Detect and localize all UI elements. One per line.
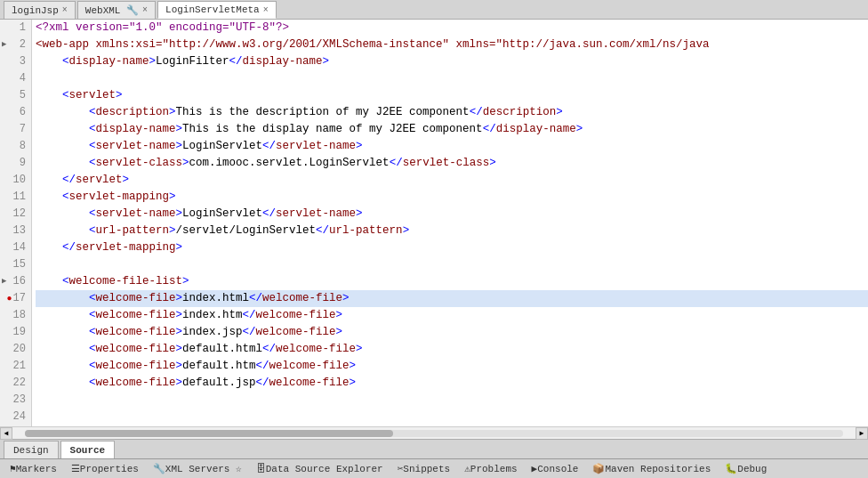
data-source-label: Data Source Explorer <box>266 464 383 474</box>
panel-console[interactable]: ▶ Console <box>526 461 585 477</box>
code-line-12[interactable]: <servlet-name>LoginServlet</servlet-name… <box>36 206 868 223</box>
code-line-16[interactable]: <welcome-file-list> <box>36 273 868 290</box>
code-line-20[interactable]: <welcome-file>default.html</welcome-file… <box>36 341 868 358</box>
line-number-7: 7 <box>4 121 26 138</box>
line-number-14: 14 <box>4 239 26 256</box>
console-icon: ▶ <box>532 463 538 474</box>
code-line-14[interactable]: </servlet-mapping> <box>36 239 868 256</box>
code-line-11[interactable]: <servlet-mapping> <box>36 189 868 206</box>
editor-tab-bar: loginJsp × WebXML 🔧 × LoginServletMeta × <box>0 0 868 20</box>
line-number-19: 19 <box>4 324 26 341</box>
line-number-12: 12 <box>4 206 26 223</box>
tab-loginservletmeta[interactable]: LoginServletMeta × <box>157 1 277 19</box>
line-number-4: 4 <box>4 70 26 87</box>
code-line-22[interactable]: <welcome-file>default.jsp</welcome-file> <box>36 375 868 392</box>
console-label: Console <box>537 464 578 474</box>
scrollbar-thumb[interactable] <box>25 430 393 437</box>
code-line-19[interactable]: <welcome-file>index.jsp</welcome-file> <box>36 324 868 341</box>
line-number-9: 9 <box>4 155 26 172</box>
panel-maven[interactable]: 📦 Maven Repositories <box>586 461 717 477</box>
code-area[interactable]: <?xml version="1.0" encoding="UTF-8"?><w… <box>32 20 868 426</box>
line-number-1: 1 <box>4 20 26 36</box>
problems-label: Problems <box>470 464 518 474</box>
panel-problems[interactable]: ⚠ Problems <box>458 461 523 477</box>
expand-icon[interactable]: ▶ <box>2 273 6 290</box>
panel-xml-servers[interactable]: 🔧 XML Servers ☆ <box>147 461 248 477</box>
tab-webxml-close[interactable]: × <box>142 5 148 15</box>
line-number-20: 20 <box>4 341 26 358</box>
editor-container: 1▶23456789101112131415▶16●17181920212223… <box>0 20 868 426</box>
panel-snippets[interactable]: ✂ Snippets <box>391 461 456 477</box>
line-number-22: 22 <box>4 375 26 392</box>
code-line-5[interactable]: <servlet> <box>36 87 868 104</box>
scroll-right-arrow[interactable]: ▶ <box>856 427 868 440</box>
code-line-2[interactable]: <web-app xmlns:xsi="http://www.w3.org/20… <box>36 36 868 53</box>
properties-label: Properties <box>80 464 139 474</box>
tab-loginjsp-close[interactable]: × <box>62 5 68 15</box>
line-number-2: ▶2 <box>4 36 26 53</box>
code-line-10[interactable]: </servlet> <box>36 172 868 189</box>
line-number-23: 23 <box>4 392 26 409</box>
panel-properties[interactable]: ☰ Properties <box>65 461 145 477</box>
properties-icon: ☰ <box>71 463 80 474</box>
code-line-18[interactable]: <welcome-file>index.htm</welcome-file> <box>36 307 868 324</box>
expand-icon[interactable]: ▶ <box>2 36 6 53</box>
panel-markers[interactable]: ⚑ Markers <box>4 461 63 477</box>
code-line-6[interactable]: <description>This is the description of … <box>36 104 868 121</box>
xml-servers-icon: 🔧 <box>153 463 165 474</box>
panel-debug[interactable]: 🐛 Debug <box>719 461 773 477</box>
xml-servers-label: XML Servers ☆ <box>165 463 242 474</box>
code-line-24[interactable] <box>36 409 868 425</box>
panel-data-source[interactable]: 🗄 Data Source Explorer <box>250 461 390 477</box>
line-number-17: ●17 <box>4 290 26 307</box>
line-number-15: 15 <box>4 256 26 273</box>
line-number-11: 11 <box>4 189 26 206</box>
horizontal-scrollbar[interactable]: ◀ ▶ <box>0 426 868 439</box>
breakpoint-icon[interactable]: ● <box>7 290 12 307</box>
line-number-24: 24 <box>4 409 26 425</box>
bottom-tab-bar: Design Source <box>0 439 868 458</box>
problems-icon: ⚠ <box>464 463 470 474</box>
code-line-3[interactable]: <display-name>LoginFilter</display-name> <box>36 53 868 70</box>
tab-loginservletmeta-close[interactable]: × <box>263 5 269 15</box>
code-line-17[interactable]: <welcome-file>index.html</welcome-file> <box>36 290 868 307</box>
tab-design-label: Design <box>13 445 49 456</box>
debug-label: Debug <box>737 464 767 474</box>
tab-loginjsp-label: loginJsp <box>12 5 59 16</box>
tab-webxml[interactable]: WebXML 🔧 × <box>77 1 156 19</box>
code-line-8[interactable]: <servlet-name>LoginServlet</servlet-name… <box>36 138 868 155</box>
tab-design[interactable]: Design <box>4 441 59 458</box>
line-numbers-gutter: 1▶23456789101112131415▶16●17181920212223… <box>0 20 32 426</box>
tab-loginservletmeta-label: LoginServletMeta <box>165 4 260 15</box>
line-number-21: 21 <box>4 358 26 375</box>
code-line-21[interactable]: <welcome-file>default.htm</welcome-file> <box>36 358 868 375</box>
line-number-3: 3 <box>4 53 26 70</box>
tab-loginjsp[interactable]: loginJsp × <box>4 1 76 19</box>
scroll-left-arrow[interactable]: ◀ <box>0 427 12 440</box>
tab-source[interactable]: Source <box>60 441 116 458</box>
snippets-label: Snippets <box>403 464 450 474</box>
snippets-icon: ✂ <box>398 463 404 474</box>
code-line-15[interactable] <box>36 256 868 273</box>
line-number-5: 5 <box>4 87 26 104</box>
line-number-18: 18 <box>4 307 26 324</box>
panel-bar: ⚑ Markers ☰ Properties 🔧 XML Servers ☆ 🗄… <box>0 458 868 478</box>
code-line-1[interactable]: <?xml version="1.0" encoding="UTF-8"?> <box>36 20 868 36</box>
line-number-13: 13 <box>4 223 26 239</box>
tab-source-label: Source <box>70 445 106 456</box>
maven-icon: 📦 <box>592 463 605 474</box>
code-line-23[interactable] <box>36 392 868 409</box>
code-line-9[interactable]: <servlet-class>com.imooc.servlet.LoginSe… <box>36 155 868 172</box>
code-line-4[interactable] <box>36 70 868 87</box>
markers-icon: ⚑ <box>10 463 16 474</box>
code-line-7[interactable]: <display-name>This is the display name o… <box>36 121 868 138</box>
line-number-6: 6 <box>4 104 26 121</box>
data-source-icon: 🗄 <box>256 463 266 474</box>
tab-webxml-label: WebXML 🔧 <box>85 4 139 16</box>
markers-label: Markers <box>16 464 57 474</box>
line-number-8: 8 <box>4 138 26 155</box>
line-number-10: 10 <box>4 172 26 189</box>
code-line-13[interactable]: <url-pattern>/servlet/LoginServlet</url-… <box>36 223 868 239</box>
scrollbar-track[interactable] <box>25 430 843 437</box>
maven-label: Maven Repositories <box>605 464 711 474</box>
